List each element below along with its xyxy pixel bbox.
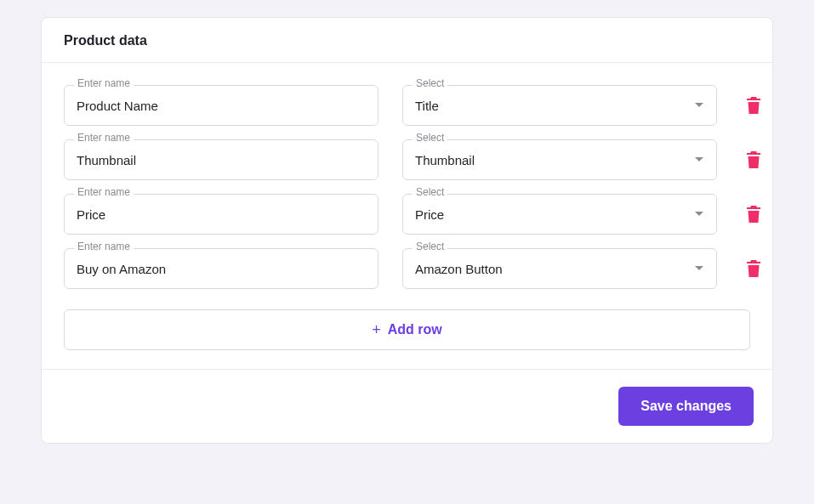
name-input[interactable] — [64, 139, 379, 180]
trash-icon — [746, 151, 761, 168]
data-row: Enter name Select Price — [64, 194, 750, 235]
add-row-label: Add row — [388, 322, 442, 337]
name-field: Enter name — [64, 248, 379, 289]
data-row: Enter name Select Thumbnail — [64, 139, 750, 180]
delete-row-button[interactable] — [741, 92, 766, 119]
card-footer: Save changes — [42, 369, 772, 443]
card-body: Enter name Select Title E — [42, 63, 772, 369]
save-button[interactable]: Save changes — [618, 387, 754, 426]
data-row: Enter name Select Title — [64, 85, 750, 126]
select-value: Amazon Button — [415, 262, 503, 276]
delete-row-button[interactable] — [741, 146, 766, 173]
select-dropdown[interactable]: Title — [402, 85, 717, 126]
card-title: Product data — [64, 33, 750, 48]
select-field: Select Price — [402, 194, 717, 235]
product-data-card: Product data Enter name Select Title — [41, 17, 773, 444]
name-field: Enter name — [64, 194, 379, 235]
select-dropdown[interactable]: Thumbnail — [402, 139, 717, 180]
name-field: Enter name — [64, 85, 379, 126]
name-input[interactable] — [64, 194, 379, 235]
plus-icon: + — [372, 321, 381, 339]
select-dropdown[interactable]: Amazon Button — [402, 248, 717, 289]
add-row-button[interactable]: + Add row — [64, 309, 750, 350]
name-input[interactable] — [64, 248, 379, 289]
chevron-down-icon — [694, 156, 704, 163]
select-value: Thumbnail — [415, 153, 475, 167]
trash-icon — [746, 260, 761, 277]
delete-row-button[interactable] — [741, 201, 766, 228]
chevron-down-icon — [694, 102, 704, 109]
select-field: Select Thumbnail — [402, 139, 717, 180]
select-dropdown[interactable]: Price — [402, 194, 717, 235]
card-header: Product data — [42, 18, 772, 63]
trash-icon — [746, 97, 761, 114]
select-value: Price — [415, 207, 444, 222]
select-field: Select Title — [402, 85, 717, 126]
delete-row-button[interactable] — [741, 255, 766, 282]
chevron-down-icon — [694, 211, 704, 218]
select-field: Select Amazon Button — [402, 248, 717, 289]
select-value: Title — [415, 99, 439, 113]
name-input[interactable] — [64, 85, 379, 126]
trash-icon — [746, 206, 761, 223]
name-field: Enter name — [64, 139, 379, 180]
data-row: Enter name Select Amazon Button — [64, 248, 750, 289]
chevron-down-icon — [694, 265, 704, 272]
